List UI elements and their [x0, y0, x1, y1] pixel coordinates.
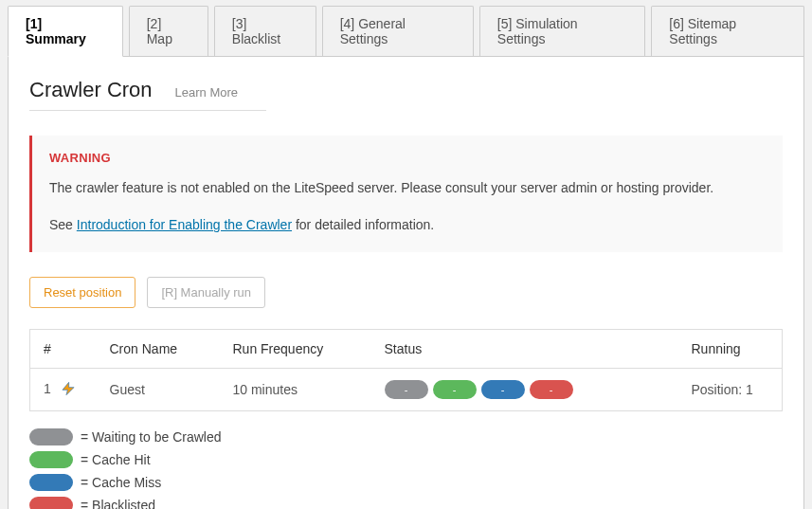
status-pill-miss: -: [481, 380, 525, 399]
legend-label-hit: = Cache Hit: [81, 452, 151, 467]
legend-label-black: = Blacklisted: [81, 498, 155, 509]
page-title-row: Crawler Cron Learn More: [29, 78, 266, 111]
warning-box: WARNING The crawler feature is not enabl…: [29, 136, 783, 252]
th-freq: Run Frequency: [220, 330, 371, 369]
row-index: 1: [44, 381, 51, 396]
legend-pill-green: [29, 451, 73, 468]
warning-heading: WARNING: [49, 151, 766, 165]
legend-pill-blue: [29, 474, 73, 491]
warning-line2-suffix: for detailed information.: [292, 217, 434, 232]
cell-freq: 10 minutes: [220, 369, 371, 411]
tab-sitemap-settings[interactable]: [6] Sitemap Settings: [651, 6, 804, 57]
button-row: Reset position [R] Manually run: [29, 277, 783, 308]
status-pill-black: -: [530, 380, 573, 399]
legend: = Waiting to be Crawled = Cache Hit = Ca…: [29, 428, 783, 509]
cell-name: Guest: [97, 369, 220, 411]
cell-status: - - - -: [371, 369, 678, 411]
tab-general-settings[interactable]: [4] General Settings: [322, 6, 474, 57]
legend-black: = Blacklisted: [29, 497, 783, 509]
manually-run-button[interactable]: [R] Manually run: [147, 277, 265, 308]
status-pill-waiting: -: [385, 380, 428, 399]
panel-summary: Crawler Cron Learn More WARNING The craw…: [8, 56, 804, 509]
tabs-nav: [1] Summary [2] Map [3] Blacklist [4] Ge…: [0, 0, 812, 57]
legend-hit: = Cache Hit: [29, 451, 783, 468]
tab-simulation-settings[interactable]: [5] Simulation Settings: [479, 6, 645, 57]
page-title: Crawler Cron: [29, 78, 153, 102]
legend-waiting: = Waiting to be Crawled: [29, 428, 783, 445]
svg-marker-0: [63, 382, 74, 394]
legend-pill-gray: [29, 428, 73, 445]
cell-num: 1: [30, 369, 97, 411]
warning-crawler-link[interactable]: Introduction for Enabling the Crawler: [77, 217, 292, 232]
table-row: 1 Guest 10 minutes - - - -: [30, 369, 783, 411]
legend-label-waiting: = Waiting to be Crawled: [81, 429, 222, 445]
learn-more-link[interactable]: Learn More: [175, 85, 238, 100]
table-header-row: # Cron Name Run Frequency Status Running: [30, 330, 783, 369]
warning-text: The crawler feature is not enabled on th…: [49, 176, 766, 237]
th-name: Cron Name: [97, 330, 220, 369]
th-num: #: [30, 330, 97, 369]
th-running: Running: [678, 330, 783, 369]
warning-line1: The crawler feature is not enabled on th…: [49, 176, 766, 200]
legend-miss: = Cache Miss: [29, 474, 783, 491]
tab-summary[interactable]: [1] Summary: [8, 6, 123, 57]
status-pill-hit: -: [433, 380, 477, 399]
legend-label-miss: = Cache Miss: [81, 475, 161, 490]
reset-position-button[interactable]: Reset position: [29, 277, 135, 308]
warning-line2: See Introduction for Enabling the Crawle…: [49, 213, 766, 237]
legend-pill-red: [29, 497, 73, 509]
cell-running: Position: 1: [678, 369, 783, 411]
tab-blacklist[interactable]: [3] Blacklist: [214, 6, 316, 57]
tab-map[interactable]: [2] Map: [129, 6, 208, 57]
crawler-table: # Cron Name Run Frequency Status Running…: [29, 329, 783, 411]
litespeed-icon: [61, 381, 76, 399]
th-status: Status: [371, 330, 678, 369]
warning-line2-prefix: See: [49, 217, 77, 232]
